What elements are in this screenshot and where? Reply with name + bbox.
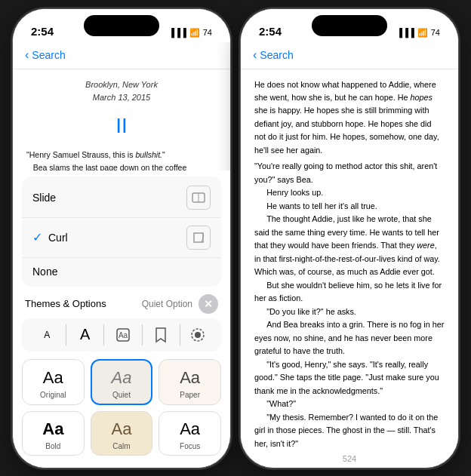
left-phone: 2:54 ▐▐▐ 📶 74 ‹ Search Brooklyn, New Yor…	[12, 8, 231, 468]
chevron-left-icon: ‹	[25, 48, 29, 62]
theme-focus[interactable]: Aa Focus	[159, 411, 221, 456]
battery-left: 74	[203, 28, 212, 37]
bookmark-button[interactable]	[147, 323, 174, 347]
themes-header: Themes & Options Quiet Option ✕	[13, 290, 230, 317]
bold-label: Bold	[45, 442, 60, 450]
book-paragraph-6: But she wouldn't believe him, so he lets…	[254, 279, 445, 306]
book-paragraph-4: He wants to tell her it's all true.	[254, 200, 445, 213]
small-font-button[interactable]: A	[33, 323, 60, 347]
book-header: Brooklyn, New York March 13, 2015	[26, 78, 217, 105]
chevron-right-icon: ‹	[253, 48, 257, 62]
bookmark-icon	[154, 327, 168, 343]
wifi-icon: 📶	[189, 28, 200, 38]
nav-bar-left: ‹ Search	[13, 42, 230, 69]
quiet-aa: Aa	[112, 368, 132, 388]
book-paragraph-2: "You're really going to method actor thi…	[254, 160, 445, 186]
slide-icon	[186, 186, 211, 210]
right-phone: 2:54 ▐▐▐ 📶 74 ‹ Search He does not know …	[240, 8, 459, 468]
status-icons-left: ▐▐▐ 📶 74	[168, 28, 212, 38]
back-label-left: Search	[32, 49, 65, 61]
book-paragraph-8: And Bea breaks into a grin. There is no …	[254, 318, 445, 358]
brightness-button[interactable]	[186, 323, 210, 347]
font-type-button[interactable]: Aa	[109, 323, 137, 347]
book-paragraph-10: "What?"	[254, 398, 445, 410]
themes-label: Themes & Options	[25, 298, 106, 309]
dynamic-island	[84, 15, 159, 36]
page-number-bar: 524	[241, 450, 458, 468]
time-right: 2:54	[259, 25, 282, 38]
dynamic-island-right	[312, 15, 387, 36]
transition-slide[interactable]: Slide	[22, 178, 221, 218]
header-line2: March 13, 2015	[26, 91, 217, 105]
signal-icon-right: ▐▐▐	[396, 28, 414, 37]
original-aa: Aa	[43, 368, 63, 388]
theme-original[interactable]: Aa Original	[22, 359, 85, 405]
separator-3	[142, 324, 143, 345]
book-paragraph-9: "It's good, Henry," she says. "It's real…	[254, 358, 445, 398]
bold-aa: Aa	[42, 419, 63, 439]
theme-grid: Aa Original Aa Quiet Aa Paper Aa Bold Aa	[13, 356, 230, 468]
quiet-label: Quiet	[112, 391, 131, 399]
check-icon: ✓	[32, 230, 42, 244]
font-toolbar: A A Aa	[22, 318, 221, 352]
page-number: 524	[343, 454, 356, 463]
theme-bold[interactable]: Aa Bold	[22, 411, 85, 456]
curl-icon	[186, 226, 211, 250]
signal-icon: ▐▐▐	[168, 28, 186, 37]
transition-options: Slide ✓ Curl None	[22, 177, 221, 287]
book-paragraph-7: "Do you like it?" he asks.	[254, 306, 445, 318]
paper-label: Paper	[180, 391, 200, 399]
svg-point-4	[195, 332, 201, 338]
book-paragraph-5: The thought Addie, just like he wrote, t…	[254, 213, 445, 278]
theme-calm[interactable]: Aa Calm	[91, 411, 153, 456]
focus-label: Focus	[180, 442, 200, 450]
separator-2	[103, 324, 104, 345]
battery-right: 74	[431, 28, 440, 37]
transition-none[interactable]: None	[22, 258, 221, 285]
font-type-icon: Aa	[115, 327, 131, 343]
chapter-number: II	[26, 109, 217, 143]
slide-label: Slide	[32, 192, 56, 204]
bottom-panel: Slide ✓ Curl None	[13, 170, 230, 468]
quiet-option-label: Quiet Option	[142, 299, 192, 309]
separator-4	[180, 324, 180, 345]
small-a-label: A	[44, 330, 50, 340]
eye-icon	[189, 326, 207, 344]
back-button-right[interactable]: ‹ Search	[253, 48, 294, 62]
transition-curl[interactable]: ✓ Curl	[22, 218, 221, 258]
none-label: None	[32, 266, 57, 278]
theme-paper[interactable]: Aa Paper	[159, 359, 221, 405]
back-button-left[interactable]: ‹ Search	[25, 48, 66, 62]
time-left: 2:54	[31, 25, 54, 38]
focus-aa: Aa	[180, 419, 200, 439]
large-font-button[interactable]: A	[72, 323, 99, 347]
nav-bar-right: ‹ Search	[241, 42, 458, 69]
close-button[interactable]: ✕	[199, 294, 218, 314]
theme-quiet[interactable]: Aa Quiet	[91, 359, 153, 405]
svg-text:Aa: Aa	[119, 331, 128, 339]
calm-aa: Aa	[112, 419, 132, 439]
status-icons-right: ▐▐▐ 📶 74	[396, 28, 440, 38]
wifi-icon-right: 📶	[417, 28, 428, 38]
calm-label: Calm	[112, 442, 130, 450]
book-paragraph-11: "My thesis. Remember? I wanted to do it …	[254, 411, 445, 450]
book-paragraph-3: Henry looks up.	[254, 186, 445, 199]
original-label: Original	[40, 391, 66, 399]
header-line1: Brooklyn, New York	[26, 78, 217, 92]
book-paragraph-1: He does not know what happened to Addie,…	[254, 78, 445, 158]
separator-1	[66, 324, 66, 345]
curl-label: Curl	[48, 232, 68, 244]
book-content-right: He does not know what happened to Addie,…	[241, 69, 458, 450]
large-a-label: A	[80, 326, 90, 343]
paper-aa: Aa	[180, 368, 200, 388]
back-label-right: Search	[260, 49, 293, 61]
